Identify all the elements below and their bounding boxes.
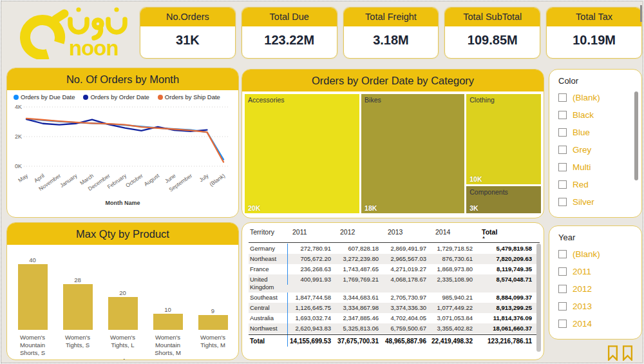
- color-option[interactable]: Black: [558, 109, 636, 120]
- color-option[interactable]: Blue: [558, 126, 636, 138]
- bar-value-label: 10: [164, 306, 171, 313]
- table-cell: 2,335,108.90: [430, 274, 477, 285]
- y-tick-label: 0K: [15, 163, 22, 169]
- checkbox-icon[interactable]: [558, 163, 567, 171]
- bar[interactable]: [198, 315, 228, 330]
- table-cell: 8,884,099.37: [477, 292, 536, 303]
- table-cell: 3,272,239.80: [335, 254, 383, 264]
- color-option[interactable]: (Blank): [558, 91, 636, 103]
- table-cell: 236,268.63: [287, 264, 335, 274]
- legend-item[interactable]: Orders by Order Date: [83, 93, 149, 101]
- year-option[interactable]: 2011: [558, 265, 636, 277]
- color-slicer-scrollbar[interactable]: [634, 91, 638, 180]
- checkbox-icon[interactable]: [558, 320, 567, 328]
- checkbox-icon[interactable]: [558, 146, 567, 154]
- table-cell: 7,918,449.78: [383, 334, 430, 334]
- table-cell: 3,374,336.30: [383, 303, 430, 313]
- y-tick-label: 4K: [15, 104, 22, 110]
- treemap-tile-clothing[interactable]: Clothing10K: [466, 94, 541, 184]
- territory-table-panel: Territory2011201220132014Total▲ Germany2…: [242, 222, 544, 360]
- bar-chart: 40Women's Mountain Shorts, S28Women's Ti…: [7, 245, 238, 357]
- table-row[interactable]: Central1,126,645.753,334,867.983,374,336…: [249, 303, 540, 313]
- dashboard-canvas: noon No.Orders31KTotal Due123.22MTotal F…: [1, 1, 643, 363]
- year-slicer: Year (Blank)2011201220132014: [549, 225, 642, 340]
- legend-dot-icon: [158, 95, 163, 100]
- treemap-tile-components[interactable]: Components3K: [466, 186, 541, 213]
- table-row[interactable]: Southeast1,847,744.583,344,683.612,705,7…: [249, 292, 540, 303]
- table-row[interactable]: Australia1,693,032.742,347,885.464,702,4…: [249, 313, 540, 323]
- year-option[interactable]: 2012: [558, 283, 636, 294]
- legend-item[interactable]: Orders by Due Date: [14, 93, 75, 101]
- table-column-header[interactable]: 2014: [430, 228, 477, 237]
- checkbox-icon[interactable]: [558, 285, 567, 293]
- table-column-header[interactable]: 2011: [287, 228, 335, 237]
- checkbox-icon[interactable]: [558, 180, 567, 189]
- table-column-header[interactable]: Territory: [249, 228, 287, 237]
- table-row[interactable]: United Kingdom400,991.931,769,769.214,06…: [249, 274, 540, 292]
- x-tick-label: February: [106, 172, 128, 190]
- table-cell: United Kingdom: [249, 274, 287, 292]
- checkbox-label: Grey: [573, 145, 591, 155]
- treemap-tile-bikes[interactable]: Bikes18K: [361, 94, 464, 213]
- bar[interactable]: [18, 264, 48, 330]
- checkbox-icon[interactable]: [558, 93, 567, 102]
- x-tick-label: May: [17, 172, 30, 184]
- year-option[interactable]: (Blank): [558, 248, 636, 260]
- checkbox-label: Silver: [573, 197, 594, 207]
- checkbox-icon[interactable]: [558, 198, 567, 206]
- table-column-header[interactable]: 2013: [383, 228, 430, 237]
- color-option[interactable]: Multi: [558, 161, 636, 173]
- line-chart-legend: Orders by Due DateOrders by Order DateOr…: [7, 90, 238, 101]
- bookmark-icon[interactable]: [607, 345, 618, 361]
- table-cell: 6,759,500.67: [383, 323, 430, 334]
- table-cell: 607,828.18: [335, 244, 383, 254]
- table-scrollbar[interactable]: [536, 244, 541, 352]
- orders-by-category-panel: Orders by Order Date by Category Accesso…: [242, 69, 544, 218]
- table-cell: 18,398,929.48: [477, 334, 536, 334]
- bar[interactable]: [63, 284, 93, 330]
- kpi-value: 3.18M: [344, 26, 439, 48]
- table-cell: 876,730.61: [430, 254, 477, 264]
- legend-label: Orders by Order Date: [90, 93, 149, 101]
- table-row[interactable]: Northwest2,620,943.835,325,813.066,759,5…: [249, 323, 540, 334]
- table-cell: 18,061,660.37: [477, 323, 536, 334]
- checkbox-icon[interactable]: [558, 267, 567, 276]
- table-cell: 2,705,730.97: [383, 292, 430, 303]
- color-option[interactable]: Red: [558, 178, 636, 190]
- table-row[interactable]: Canada2,406,885.876,593,874.837,918,449.…: [249, 334, 540, 334]
- table-total-cell: Total: [249, 335, 287, 347]
- table-row[interactable]: Germany272,780.91607,828.182,869,491.971…: [249, 244, 540, 254]
- table-cell: 2,869,491.97: [383, 244, 430, 254]
- checkbox-icon[interactable]: [558, 111, 567, 119]
- checkbox-icon[interactable]: [558, 128, 567, 137]
- table-cell: 3,691,693.58: [430, 334, 477, 334]
- table-total-cell: 14,155,699.53: [287, 335, 335, 347]
- canvas-scrollbar-fragment[interactable]: [640, 5, 642, 22]
- bar[interactable]: [108, 297, 138, 330]
- checkbox-icon[interactable]: [558, 250, 567, 258]
- table-cell: 985,940.21: [430, 292, 477, 303]
- year-option[interactable]: 2014: [558, 318, 636, 329]
- bar-column: 28Women's Tights, S: [57, 249, 99, 357]
- legend-item[interactable]: Orders by Ship Date: [158, 93, 220, 101]
- color-option[interactable]: Grey: [558, 144, 636, 155]
- treemap-tile-accessories[interactable]: Accessories20K: [245, 94, 359, 213]
- line-chart-plot: 0K2K4KMayAprilNovemberJanuaryMarchDecemb…: [7, 101, 232, 198]
- table-cell: 1,847,744.58: [287, 292, 335, 303]
- table-row[interactable]: Northeast705,672.203,272,239.802,965,567…: [249, 254, 540, 264]
- color-option[interactable]: Silver: [558, 196, 636, 207]
- table-column-header[interactable]: Total▲: [477, 228, 536, 240]
- table-row[interactable]: France236,268.631,743,487.654,271,019.27…: [249, 264, 540, 274]
- table-cell: France: [249, 264, 287, 274]
- line-x-axis-title: Month Name: [7, 200, 238, 206]
- checkbox-label: Blue: [573, 128, 590, 137]
- bar-column: 20Women's Tights, L: [102, 249, 144, 357]
- table-cell: 3,355,402.82: [430, 323, 477, 334]
- table-column-header[interactable]: 2012: [335, 228, 383, 237]
- legend-dot-icon: [14, 95, 19, 100]
- year-option[interactable]: 2013: [558, 300, 636, 312]
- bar[interactable]: [153, 314, 183, 330]
- bookmark-icon[interactable]: [622, 345, 633, 361]
- kpi-label: Total SubTotal: [445, 8, 540, 26]
- checkbox-icon[interactable]: [558, 302, 567, 311]
